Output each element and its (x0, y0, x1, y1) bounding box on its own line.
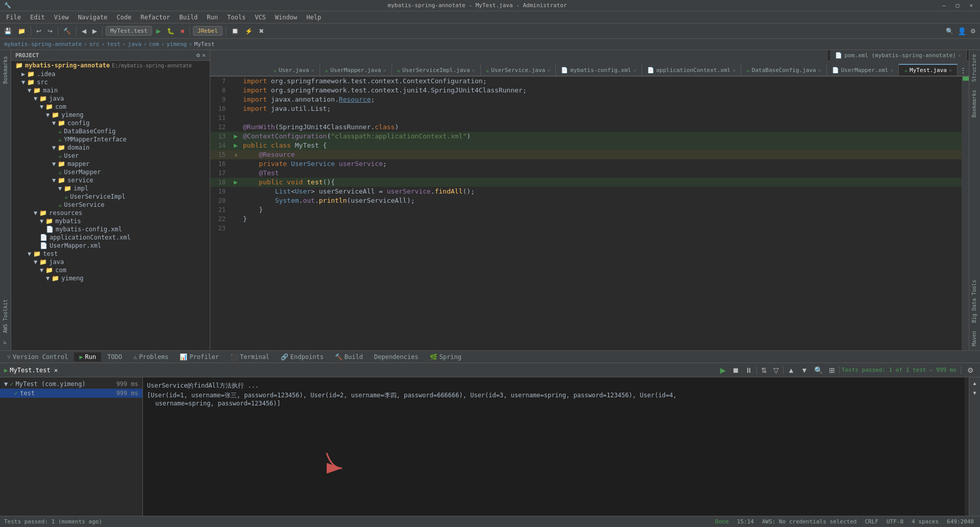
tree-config[interactable]: ▼ 📁 config (11, 119, 210, 127)
tree-mybatis[interactable]: ▼ 📁 mybatis (11, 217, 210, 225)
btab-build[interactable]: 🔨 Build (330, 352, 368, 362)
statusbar-spaces[interactable]: 4 spaces (910, 518, 941, 525)
undo-btn[interactable]: ↩ (34, 27, 43, 36)
sidebar-gear[interactable]: ⚙ (197, 52, 200, 59)
left-tool-rerun[interactable]: ↺ (1, 337, 10, 348)
tab-appcontext-close[interactable]: ✕ (732, 67, 736, 73)
tree-domain[interactable]: ▼ 📁 domain (11, 143, 210, 152)
tab-more-btn[interactable]: ⋮ (958, 65, 969, 76)
menu-code[interactable]: Code (113, 13, 136, 22)
breadcrumb-file[interactable]: MyTest (194, 41, 215, 47)
run-config[interactable]: MyTest.test (106, 26, 152, 36)
tab-usermapperxml-close[interactable]: ✕ (890, 67, 893, 73)
btab-run[interactable]: ▶ Run (74, 352, 101, 362)
save-btn[interactable]: 📁 (16, 27, 28, 36)
jrebel-btn[interactable]: JRebel (193, 26, 223, 36)
statusbar-crlf[interactable]: CRLF (863, 518, 880, 525)
breadcrumb-com[interactable]: com (149, 41, 159, 47)
run-stop-btn[interactable]: ⏹ (730, 365, 741, 375)
right-tab-structure[interactable]: Structure (969, 50, 980, 86)
test-case-item[interactable]: ✓ test 999 ms (0, 389, 142, 398)
settings-btn[interactable]: ⚙ (968, 27, 978, 36)
sidebar-close[interactable]: ✕ (202, 52, 206, 59)
tree-test-yimeng[interactable]: ▼ 📁 yimeng (11, 274, 210, 282)
run-btn[interactable]: ▶ (154, 27, 163, 36)
run-up-btn[interactable]: ▲ (786, 365, 797, 375)
pom-close[interactable]: ✕ (958, 53, 961, 58)
tab-usermapper[interactable]: ☕ UserMapper.java ✕ (320, 64, 392, 76)
tree-idea[interactable]: ▶ 📁 .idea (11, 70, 210, 78)
menu-run[interactable]: Run (203, 13, 222, 22)
btab-version-control[interactable]: ⑂ Version Control (2, 352, 73, 362)
tree-usermapperxml[interactable]: 📄 UserMapper.xml (11, 242, 210, 250)
statusbar-encoding[interactable]: UTF-8 (885, 518, 905, 525)
coverage-btn[interactable]: 🔲 (229, 27, 241, 36)
tab-mytest-close[interactable]: ✕ (949, 67, 952, 73)
run-rerun-btn[interactable]: ▶ (718, 365, 728, 375)
tree-mapper[interactable]: ▼ 📁 mapper (11, 160, 210, 168)
run-filter-btn[interactable]: ▽ (771, 365, 781, 375)
btab-profiler[interactable]: 📊 Profiler (175, 352, 224, 362)
tree-root[interactable]: 📁 mybatis-spring-annotate E:/mybatis-spr… (11, 61, 210, 70)
menu-navigate[interactable]: Navigate (74, 13, 112, 22)
tab-mybatis-close[interactable]: ✕ (633, 67, 636, 73)
output-scroll-bottom[interactable]: ▼ (970, 389, 979, 397)
tree-main[interactable]: ▼ 📁 main (11, 86, 210, 94)
tree-usermapper[interactable]: ☕ UserMapper (11, 168, 210, 176)
editor-scrollbar[interactable] (962, 77, 969, 350)
menu-vcs[interactable]: VCS (251, 13, 270, 22)
tab-userserviceimpl-close[interactable]: ✕ (472, 67, 475, 73)
tree-appcontext[interactable]: 📄 applicationContext.xml (11, 233, 210, 242)
btab-dependencies[interactable]: Dependencies (369, 352, 424, 362)
right-tab-bookmarks[interactable]: Bookmarks (969, 86, 980, 122)
tab-usermapper-close[interactable]: ✕ (383, 67, 386, 73)
nav-back-btn[interactable]: ◀ (80, 27, 88, 36)
btab-problems[interactable]: ⚠ Problems (128, 352, 174, 362)
tab-dbconfig-close[interactable]: ✕ (818, 67, 821, 73)
tree-yimeng[interactable]: ▼ 📁 yimeng (11, 111, 210, 119)
btab-endpoints[interactable]: 🔗 Endpoints (276, 352, 329, 362)
tree-resources[interactable]: ▼ 📁 resources (11, 209, 210, 217)
redo-btn[interactable]: ↪ (45, 27, 55, 36)
run-tab-label[interactable]: MyTest.test ✕ (10, 367, 58, 374)
pom-tab[interactable]: 📄 pom.xml (mybatis-spring-annotate) ✕ (830, 50, 967, 61)
run-down-btn[interactable]: ▼ (799, 365, 810, 375)
tab-appcontext[interactable]: 📄 applicationContext.xml ✕ (642, 64, 742, 76)
menu-window[interactable]: Window (271, 13, 301, 22)
tree-userserviceimpl[interactable]: ☕ UserServiceImpl (11, 193, 210, 201)
tree-user[interactable]: ☕ User (11, 152, 210, 160)
tab-mybatis-config[interactable]: 📄 mybatis-config.xml ✕ (556, 64, 642, 76)
left-tool-bookmarks[interactable]: Bookmarks (1, 52, 10, 88)
window-controls[interactable]: — □ ✕ (939, 2, 976, 9)
tree-test-java[interactable]: ▼ 📁 java (11, 258, 210, 266)
maximize-btn[interactable]: □ (953, 2, 963, 9)
right-tab-maven[interactable]: Maven (969, 327, 980, 350)
nav-fwd-btn[interactable]: ▶ (90, 27, 99, 36)
tree-ymmapper[interactable]: ☕ YMMapperInterface (11, 135, 210, 143)
close-btn[interactable]: ✕ (966, 2, 976, 9)
tree-com[interactable]: ▼ 📁 com (11, 103, 210, 111)
left-tool-aws[interactable]: AWS Toolkit (1, 295, 10, 337)
force-stop-btn[interactable]: ✖ (257, 27, 266, 36)
test-suite-item[interactable]: ▼ ✓ MyTest (com.yimeng) 999 ms (0, 379, 142, 389)
breadcrumb-src[interactable]: src (89, 41, 100, 47)
run-find-btn[interactable]: 🔍 (812, 365, 825, 375)
menu-build[interactable]: Build (175, 13, 202, 22)
tree-service[interactable]: ▼ 📁 service (11, 176, 210, 184)
tab-usermapperxml[interactable]: 📄 UserMapper.xml ✕ (827, 64, 899, 76)
tree-mybatis-config[interactable]: 📄 mybatis-config.xml (11, 225, 210, 233)
tab-userservice-close[interactable]: ✕ (547, 67, 550, 73)
run-settings-btn[interactable]: ⚙ (965, 365, 976, 375)
avatar-btn[interactable]: 👤 (958, 27, 966, 35)
tab-user[interactable]: ☕ User.java ✕ (268, 64, 320, 76)
menu-help[interactable]: Help (302, 13, 325, 22)
output-scroll-top[interactable]: ▲ (970, 379, 979, 387)
build-project-btn[interactable]: 🔨 (61, 27, 73, 36)
tree-test-com[interactable]: ▼ 📁 com (11, 266, 210, 274)
output-scrollbar[interactable] (965, 377, 969, 516)
run-sort-btn[interactable]: ⇅ (759, 365, 769, 375)
tab-userserviceimpl[interactable]: ☕ UserServiceImpl.java ✕ (392, 64, 481, 76)
back-btn[interactable]: 💾 (2, 27, 14, 36)
menu-view[interactable]: View (50, 13, 73, 22)
tree-userservice[interactable]: ☕ UserService (11, 201, 210, 209)
